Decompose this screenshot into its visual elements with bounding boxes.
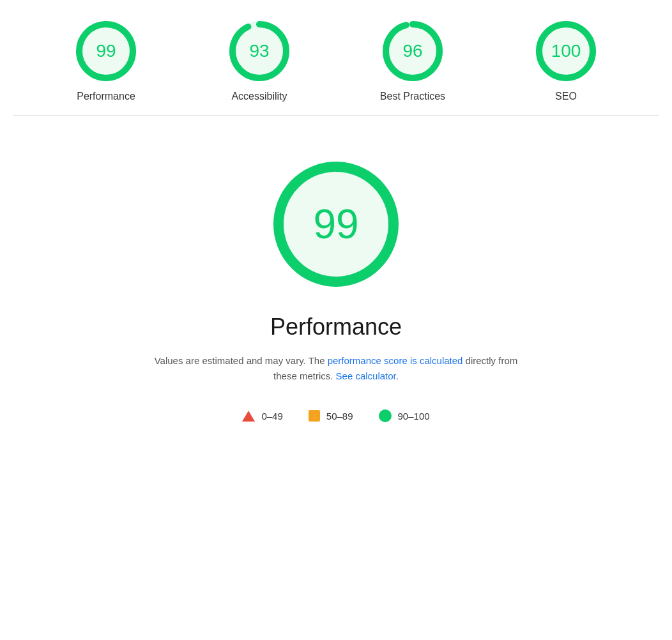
pass-icon [379, 409, 392, 422]
average-icon [309, 410, 320, 422]
score-item-performance[interactable]: 99 Performance [29, 19, 183, 102]
score-ring-best-practices: 96 [381, 19, 445, 83]
score-item-seo[interactable]: 100 SEO [489, 19, 643, 102]
legend: 0–49 50–89 90–100 [242, 409, 429, 422]
score-ring-seo: 100 [534, 19, 598, 83]
score-ring-performance: 99 [74, 19, 138, 83]
legend-item-fail: 0–49 [242, 411, 282, 422]
score-label-seo: SEO [555, 91, 577, 102]
score-value-accessibility: 93 [249, 41, 269, 61]
fail-range: 0–49 [261, 411, 282, 422]
main-title: Performance [270, 314, 402, 340]
legend-item-average: 50–89 [309, 410, 353, 422]
main-section: 99 Performance Values are estimated and … [0, 116, 672, 448]
performance-score-link[interactable]: performance score is calculated [328, 355, 463, 366]
score-label-best-practices: Best Practices [380, 91, 445, 102]
score-item-best-practices[interactable]: 96 Best Practices [336, 19, 489, 102]
see-calculator-link[interactable]: See calculator [336, 370, 396, 381]
score-label-accessibility: Accessibility [231, 91, 287, 102]
legend-item-pass: 90–100 [379, 409, 430, 422]
main-score-number: 99 [313, 201, 358, 248]
description: Values are estimated and may vary. The p… [144, 353, 528, 384]
average-range: 50–89 [326, 411, 353, 422]
main-score-ring: 99 [266, 154, 406, 294]
score-value-seo: 100 [551, 41, 581, 61]
score-label-performance: Performance [77, 91, 135, 102]
score-ring-accessibility: 93 [227, 19, 291, 83]
pass-range: 90–100 [398, 411, 430, 422]
top-scores-section: 99 Performance 93 Accessibility [0, 0, 672, 115]
fail-icon [242, 411, 255, 422]
score-value-best-practices: 96 [402, 41, 422, 61]
score-item-accessibility[interactable]: 93 Accessibility [183, 19, 336, 102]
score-value-performance: 99 [96, 41, 116, 61]
